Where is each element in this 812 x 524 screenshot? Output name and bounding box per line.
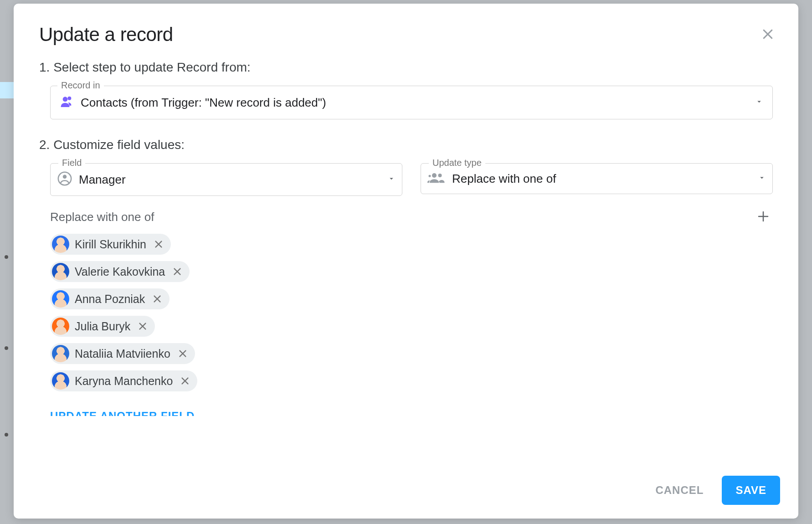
chip-label: Valerie Kakovkina xyxy=(75,265,165,278)
chip-label: Karyna Manchenko xyxy=(75,375,173,388)
step2-label: 2. Customize field values: xyxy=(39,138,773,152)
close-icon xyxy=(761,27,775,41)
svg-point-7 xyxy=(438,174,442,177)
svg-point-2 xyxy=(63,97,68,102)
close-icon xyxy=(154,239,164,249)
user-chip: Karyna Manchenko xyxy=(50,370,197,391)
replace-section: Replace with one of Kirill SkurikhinVale… xyxy=(39,207,773,391)
chips-list: Kirill SkurikhinValerie KakovkinaAnna Po… xyxy=(50,234,773,391)
avatar xyxy=(52,290,69,308)
user-chip: Julia Buryk xyxy=(50,316,155,337)
update-type-column: Update type Replace with one of xyxy=(421,163,773,196)
bg-decoration xyxy=(5,346,8,350)
svg-point-3 xyxy=(67,97,71,100)
record-in-field-wrapper: Record in Contacts (from Trigger: "New r… xyxy=(39,86,773,119)
bg-decoration xyxy=(0,82,14,98)
chip-remove-button[interactable] xyxy=(170,265,184,278)
close-icon xyxy=(180,376,190,386)
update-type-legend: Update type xyxy=(429,158,485,168)
chevron-down-icon xyxy=(758,174,766,184)
avatar xyxy=(52,318,69,335)
svg-point-8 xyxy=(429,175,431,177)
modal-footer: CANCEL SAVE xyxy=(14,465,798,519)
update-record-modal: Update a record 1. Select step to update… xyxy=(14,4,798,519)
field-column: Field Manager xyxy=(50,163,402,196)
user-chip: Anna Pozniak xyxy=(50,288,170,309)
user-chip: Kirill Skurikhin xyxy=(50,234,171,255)
close-icon xyxy=(152,294,162,304)
replace-header: Replace with one of xyxy=(50,207,773,227)
update-type-value: Replace with one of xyxy=(452,172,751,186)
chip-label: Anna Pozniak xyxy=(75,293,145,306)
plus-icon xyxy=(756,210,770,223)
cancel-button[interactable]: CANCEL xyxy=(650,477,709,504)
field-select[interactable]: Manager xyxy=(50,163,402,196)
modal-header: Update a record xyxy=(14,4,798,46)
svg-point-6 xyxy=(432,173,437,178)
user-chip: Valerie Kakovkina xyxy=(50,261,190,282)
record-in-legend: Record in xyxy=(57,80,104,91)
modal-body: 1. Select step to update Record from: Re… xyxy=(14,46,798,465)
close-icon xyxy=(138,321,148,331)
bg-decoration xyxy=(5,433,8,437)
avatar xyxy=(52,345,69,362)
chip-label: Julia Buryk xyxy=(75,320,130,333)
record-in-value: Contacts (from Trigger: "New record is a… xyxy=(81,96,749,110)
chevron-down-icon xyxy=(755,98,763,108)
bg-decoration xyxy=(5,255,8,259)
close-icon xyxy=(172,267,182,277)
close-button[interactable] xyxy=(759,26,776,44)
record-in-select[interactable]: Contacts (from Trigger: "New record is a… xyxy=(50,86,773,119)
chip-remove-button[interactable] xyxy=(150,292,164,306)
avatar xyxy=(52,236,69,253)
chip-remove-button[interactable] xyxy=(136,319,149,333)
people-icon xyxy=(60,94,74,111)
modal-title: Update a record xyxy=(39,24,173,46)
chip-label: Nataliia Matviienko xyxy=(75,347,170,360)
close-icon xyxy=(178,349,188,359)
step1-label: 1. Select step to update Record from: xyxy=(39,60,773,75)
chip-remove-button[interactable] xyxy=(152,237,165,251)
replace-title: Replace with one of xyxy=(50,210,154,224)
person-circle-icon xyxy=(57,171,72,188)
chip-label: Kirill Skurikhin xyxy=(75,238,146,251)
chip-remove-button[interactable] xyxy=(176,347,190,360)
add-button[interactable] xyxy=(754,207,773,227)
chevron-down-icon xyxy=(387,175,396,185)
avatar xyxy=(52,372,69,390)
field-value: Manager xyxy=(79,173,381,187)
field-row: Field Manager Update type xyxy=(39,163,773,196)
update-another-field-button[interactable]: UPDATE ANOTHER FIELD xyxy=(39,410,773,416)
svg-point-5 xyxy=(63,175,67,179)
save-button[interactable]: SAVE xyxy=(722,476,780,505)
user-chip: Nataliia Matviienko xyxy=(50,343,195,364)
group-icon xyxy=(427,171,446,186)
chip-remove-button[interactable] xyxy=(178,374,192,388)
avatar xyxy=(52,263,69,280)
field-legend: Field xyxy=(58,158,85,168)
